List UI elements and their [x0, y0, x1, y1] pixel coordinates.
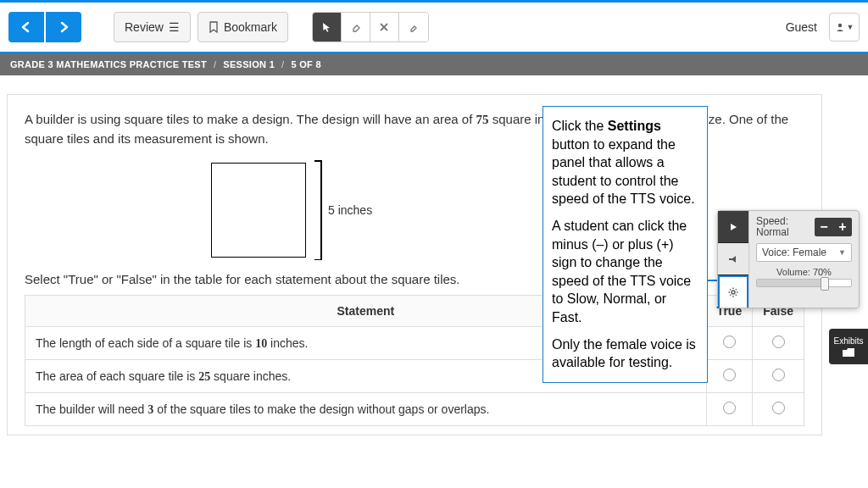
- crumb-sep: /: [214, 59, 216, 69]
- megaphone-icon: [727, 254, 739, 264]
- tts-body: Speed: Normal − + Voice: Female ▼ Volume…: [749, 211, 859, 308]
- pointer-tool[interactable]: [313, 13, 342, 42]
- list-icon: ☰: [169, 20, 180, 34]
- exhibits-tab[interactable]: Exhibits: [829, 329, 868, 364]
- table-row: The builder will need 3 of the square ti…: [25, 393, 804, 426]
- radio-true[interactable]: [723, 336, 736, 348]
- speed-buttons: − +: [815, 218, 852, 236]
- crumb-progress: 5 OF 8: [291, 59, 320, 69]
- crumb-session: SESSION 1: [223, 59, 275, 69]
- speed-plus-button[interactable]: +: [833, 218, 852, 236]
- crumb-test: GRADE 3 MATHEMATICS PRACTICE TEST: [10, 59, 207, 69]
- tile-label: 5 inches: [328, 203, 372, 217]
- x-icon: [379, 22, 389, 32]
- user-icon: [835, 22, 845, 32]
- eraser-icon: [349, 21, 361, 33]
- tts-settings-button[interactable]: [718, 275, 748, 308]
- arrow-right-icon: [57, 21, 70, 33]
- tile-figure: 5 inches: [211, 160, 804, 260]
- crumb-sep: /: [281, 59, 284, 69]
- speed-row: Speed: Normal − +: [756, 216, 852, 238]
- bookmark-button[interactable]: Bookmark: [198, 12, 288, 42]
- volume-label: Volume: 70%: [756, 267, 852, 277]
- folder-icon: [842, 347, 855, 358]
- arrow-left-icon: [19, 21, 33, 33]
- caret-down-icon: ▼: [838, 248, 846, 257]
- tool-group: [312, 12, 429, 42]
- user-menu-button[interactable]: ▼: [829, 13, 860, 42]
- help-callout: Click the Settings button to expand the …: [542, 106, 708, 383]
- guest-label: Guest: [786, 20, 817, 34]
- tts-play-button[interactable]: [718, 211, 748, 243]
- prev-button[interactable]: [8, 12, 44, 42]
- highlighter-icon: [408, 21, 420, 33]
- volume-slider[interactable]: [756, 279, 852, 287]
- radio-false[interactable]: [772, 336, 785, 348]
- review-label: Review: [125, 20, 164, 34]
- bookmark-label: Bookmark: [224, 20, 277, 34]
- radio-false[interactable]: [772, 369, 785, 381]
- next-button[interactable]: [46, 12, 81, 42]
- clear-tool[interactable]: [370, 13, 399, 42]
- caret-down-icon: ▼: [847, 23, 854, 31]
- eraser-tool[interactable]: [342, 13, 370, 42]
- voice-select[interactable]: Voice: Female ▼: [756, 243, 852, 262]
- highlight-tool[interactable]: [399, 13, 428, 42]
- tts-voice-button[interactable]: [718, 243, 748, 275]
- volume-row: Volume: 70%: [756, 267, 852, 287]
- play-icon: [728, 222, 738, 232]
- review-button[interactable]: Review ☰: [114, 12, 191, 42]
- volume-thumb[interactable]: [821, 277, 829, 291]
- radio-true[interactable]: [723, 402, 736, 414]
- speed-value: Normal: [756, 227, 810, 238]
- exhibits-label: Exhibits: [833, 336, 863, 346]
- breadcrumb: GRADE 3 MATHEMATICS PRACTICE TEST / SESS…: [0, 53, 868, 75]
- tts-icon-column: [718, 211, 749, 308]
- toolbar: Review ☰ Bookmark Guest ▼: [0, 3, 868, 53]
- cursor-icon: [320, 21, 332, 33]
- intro-area: 75: [476, 113, 489, 126]
- voice-label: Voice: Female: [762, 247, 826, 258]
- nav-group: [8, 12, 81, 42]
- stmt-cell: The builder will need 3 of the square ti…: [25, 393, 707, 426]
- intro-text-a: A builder is using square tiles to make …: [25, 112, 476, 126]
- tile-box: [211, 163, 306, 258]
- gear-icon: [727, 286, 739, 298]
- measure-bracket: 5 inches: [314, 160, 372, 260]
- svg-point-1: [732, 291, 735, 294]
- radio-false[interactable]: [772, 402, 785, 414]
- bookmark-icon: [209, 21, 219, 33]
- svg-point-0: [837, 24, 841, 27]
- radio-true[interactable]: [723, 369, 736, 381]
- voice-row: Voice: Female ▼: [756, 243, 852, 262]
- speed-minus-button[interactable]: −: [815, 218, 833, 236]
- tts-panel: Speed: Normal − + Voice: Female ▼ Volume…: [717, 210, 860, 308]
